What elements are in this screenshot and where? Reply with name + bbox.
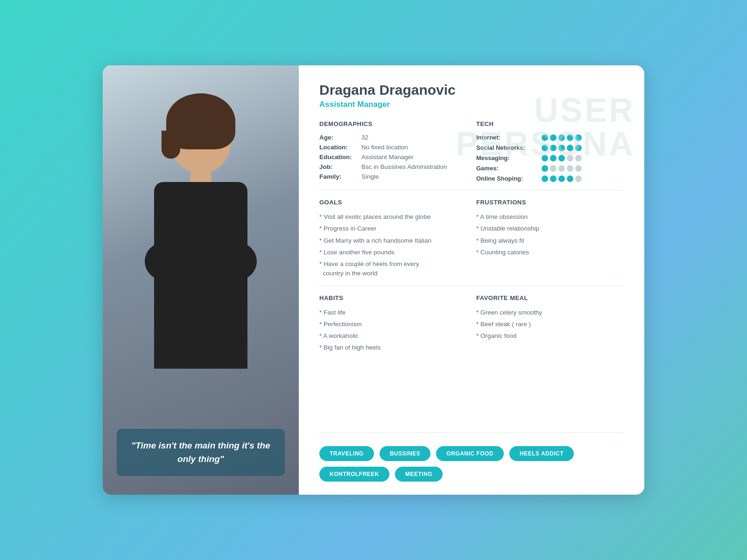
goal-1: * Visit all exotic places around the glo… bbox=[319, 212, 467, 222]
dot bbox=[542, 134, 548, 141]
hair bbox=[166, 93, 235, 149]
dot bbox=[542, 165, 548, 172]
tag-heels-addict[interactable]: HEELS ADDICT bbox=[509, 446, 574, 461]
dot bbox=[567, 165, 573, 172]
family-label: Family: bbox=[319, 173, 361, 180]
favorite-meal-section: FAVORITE MEAL * Green celery smoothy * B… bbox=[476, 294, 624, 433]
habits-title: HABITS bbox=[319, 294, 467, 301]
tech-section: TECH Internet: Social Networks: bbox=[476, 120, 624, 185]
main-content: DEMOGRAPHICS Age: 32 Location: No fixed … bbox=[319, 120, 624, 482]
frustration-2: * Unstable relationship bbox=[476, 224, 624, 233]
meal-2: * Beef steak ( rare ) bbox=[476, 320, 624, 329]
tech-shopping-dots bbox=[542, 175, 582, 182]
job-label: Job: bbox=[319, 163, 361, 170]
frustration-4: * Counting calories bbox=[476, 248, 624, 257]
quote-text: "Time isn't the main thing it's the only… bbox=[128, 439, 274, 466]
age-value: 32 bbox=[361, 134, 368, 141]
tech-games-label: Games: bbox=[476, 165, 542, 172]
bottom-section: HABITS * Fast life * Perfectionism * A w… bbox=[319, 286, 624, 433]
dot bbox=[558, 165, 565, 172]
frustrations-section: FRUSTRATIONS * A time obsession * Unstab… bbox=[476, 199, 624, 281]
tech-messaging-label: Messaging: bbox=[476, 154, 542, 161]
tag-organic-food[interactable]: ORGANIC FOOD bbox=[436, 446, 504, 461]
goal-4: * Lose another five pounds bbox=[319, 248, 467, 257]
dot bbox=[575, 134, 582, 141]
person-title: Assistant Manager bbox=[319, 100, 624, 109]
dot bbox=[542, 145, 548, 151]
job-value: Bsc in Bussines Administration bbox=[361, 163, 447, 170]
tech-games-row: Games: bbox=[476, 165, 624, 172]
top-section: DEMOGRAPHICS Age: 32 Location: No fixed … bbox=[319, 120, 624, 190]
dot bbox=[558, 145, 565, 151]
dot bbox=[542, 155, 548, 161]
demographics-job-row: Job: Bsc in Bussines Administration bbox=[319, 163, 467, 170]
quote-box: "Time isn't the main thing it's the only… bbox=[117, 429, 285, 476]
tech-shopping-row: Online Shoping: bbox=[476, 175, 624, 182]
tech-internet-dots bbox=[542, 134, 582, 141]
right-panel: USER PERSONA Dragana Draganovic Assistan… bbox=[299, 65, 644, 495]
family-value: Single bbox=[361, 173, 379, 180]
dot bbox=[550, 145, 557, 151]
demographics-section: DEMOGRAPHICS Age: 32 Location: No fixed … bbox=[319, 120, 467, 185]
demographics-title: DEMOGRAPHICS bbox=[319, 120, 467, 127]
frustration-1: * A time obsession bbox=[476, 212, 624, 222]
tech-social-label: Social Networks: bbox=[476, 144, 542, 151]
tag-traveling[interactable]: TRAVELING bbox=[319, 446, 374, 461]
frustrations-title: FRUSTRATIONS bbox=[476, 199, 624, 206]
demographics-location-row: Location: No fixed location bbox=[319, 144, 467, 151]
age-label: Age: bbox=[319, 134, 361, 141]
goals-section: GOALS * Visit all exotic places around t… bbox=[319, 199, 467, 281]
frustration-3: * Being always fit bbox=[476, 236, 624, 245]
dot bbox=[558, 155, 565, 161]
tech-shopping-label: Online Shoping: bbox=[476, 175, 542, 182]
education-label: Education: bbox=[319, 154, 361, 161]
tech-title: TECH bbox=[476, 120, 624, 127]
habit-4: * Big fan of high heels bbox=[319, 343, 467, 352]
demographics-family-row: Family: Single bbox=[319, 173, 467, 180]
habits-section: HABITS * Fast life * Perfectionism * A w… bbox=[319, 294, 467, 433]
dot bbox=[567, 155, 573, 161]
person-name: Dragana Draganovic bbox=[319, 82, 624, 98]
goals-title: GOALS bbox=[319, 199, 467, 206]
tags-section: TRAVELING BUSSINES ORGANIC FOOD HEELS AD… bbox=[319, 433, 624, 482]
arms bbox=[145, 243, 257, 280]
dot bbox=[550, 134, 557, 141]
dot bbox=[575, 165, 582, 172]
tag-kontrolfreek[interactable]: KONTROLFREEK bbox=[319, 467, 389, 482]
dot bbox=[567, 145, 573, 151]
dot bbox=[550, 175, 557, 182]
favorite-meal-title: FAVORITE MEAL bbox=[476, 294, 624, 301]
goal-5: * Have a couple of heels from every coun… bbox=[319, 259, 467, 279]
tech-internet-label: Internet: bbox=[476, 134, 542, 141]
tech-messaging-row: Messaging: bbox=[476, 154, 624, 161]
demographics-age-row: Age: 32 bbox=[319, 134, 467, 141]
dot bbox=[575, 175, 582, 182]
tags-row: TRAVELING BUSSINES ORGANIC FOOD HEELS AD… bbox=[319, 446, 624, 482]
dot bbox=[575, 145, 582, 151]
tag-bussines[interactable]: BUSSINES bbox=[380, 446, 430, 461]
tech-messaging-dots bbox=[542, 155, 582, 161]
tech-internet-row: Internet: bbox=[476, 134, 624, 141]
demographics-education-row: Education: Assistant Manager bbox=[319, 154, 467, 161]
dot bbox=[542, 175, 548, 182]
dot bbox=[550, 165, 557, 172]
education-value: Assistant Manager bbox=[361, 154, 414, 161]
goal-3: * Get Marry with a rich handsome Italian bbox=[319, 236, 467, 245]
dot bbox=[558, 134, 565, 141]
habit-3: * A workaholic bbox=[319, 331, 467, 341]
mid-section: GOALS * Visit all exotic places around t… bbox=[319, 190, 624, 286]
dot bbox=[550, 155, 557, 161]
dot bbox=[575, 155, 582, 161]
goal-2: * Progress in Career bbox=[319, 224, 467, 233]
location-label: Location: bbox=[319, 144, 361, 151]
tag-meeting[interactable]: MEETING bbox=[395, 467, 443, 482]
tech-games-dots bbox=[542, 165, 582, 172]
meal-1: * Green celery smoothy bbox=[476, 308, 624, 317]
location-value: No fixed location bbox=[361, 144, 408, 151]
dot bbox=[567, 134, 573, 141]
habit-1: * Fast life bbox=[319, 308, 467, 317]
habit-2: * Perfectionism bbox=[319, 320, 467, 329]
dot bbox=[567, 175, 573, 182]
dot bbox=[558, 175, 565, 182]
meal-3: * Organic food bbox=[476, 331, 624, 341]
